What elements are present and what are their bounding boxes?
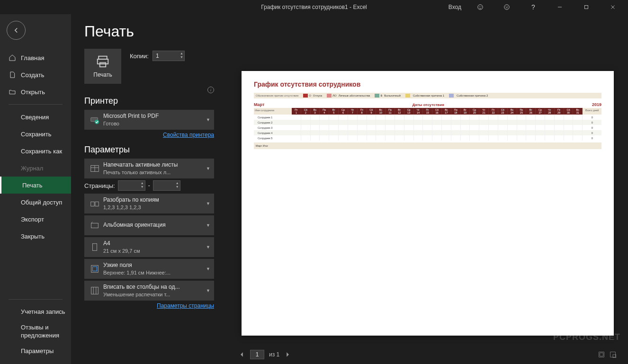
print-what-dropdown[interactable]: Напечатать активные листы Печать только … — [84, 159, 214, 178]
page-icon — [88, 242, 101, 252]
svg-point-5 — [507, 7, 508, 7]
pages-from-input[interactable]: ▲▼ — [118, 180, 145, 191]
chevron-down-icon: ▼ — [206, 117, 210, 122]
params-section-title: Параметры — [84, 145, 214, 155]
month-label: Март — [254, 102, 264, 107]
legend-item: ЛОЛичные обстоятельства — [327, 94, 370, 98]
titlebar: График отсутствия сотрудников1 - Excel В… — [0, 0, 628, 14]
spinner-arrows[interactable]: ▲▼ — [180, 52, 183, 59]
printer-dropdown[interactable]: Microsoft Print to PDF Готово ▼ — [84, 110, 214, 130]
watermark: PCPROGS.NET — [553, 332, 620, 342]
chevron-down-icon: ▼ — [206, 288, 210, 293]
file-icon — [9, 71, 16, 79]
nav-share[interactable]: Общий доступ — [0, 194, 71, 211]
happy-face-icon[interactable] — [471, 0, 490, 14]
show-margins-button[interactable] — [598, 351, 605, 358]
nav-export[interactable]: Экспорт — [0, 211, 71, 228]
landscape-icon — [88, 220, 101, 231]
svg-rect-21 — [92, 244, 97, 251]
employee-row: Сотрудник 50 — [254, 135, 601, 141]
help-icon[interactable]: ? — [524, 0, 543, 14]
margins-icon — [88, 264, 101, 274]
page-title: Печать — [84, 23, 214, 40]
chevron-down-icon: ▼ — [206, 266, 210, 271]
legend: Обозначения причин отсутствия ООтпускЛОЛ… — [254, 93, 601, 98]
svg-point-4 — [506, 7, 506, 7]
svg-rect-18 — [91, 202, 94, 206]
svg-rect-28 — [600, 353, 603, 356]
zoom-to-page-button[interactable] — [609, 351, 617, 358]
nav-save-as[interactable]: Сохранить как — [0, 142, 71, 160]
nav-save[interactable]: Сохранить — [0, 125, 71, 142]
margins-dropdown[interactable]: Узкие поля Верхнее: 1,91 см Нижнее:... ▼ — [84, 259, 214, 279]
backstage-sidebar: Главная Создать Открыть Сведения Сохрани… — [0, 14, 71, 364]
back-button[interactable] — [7, 21, 26, 40]
pages-to-input[interactable]: ▲▼ — [153, 180, 180, 191]
printer-icon — [96, 54, 110, 69]
collate-icon — [88, 198, 101, 209]
scaling-dropdown[interactable]: Вписать все столбцы на од... Уменьшение … — [84, 281, 214, 301]
preview-page: График отсутствия сотрудников Обозначени… — [242, 71, 614, 336]
legend-item: Собственная причина 2 — [449, 94, 488, 98]
legend-item: ББольничный — [375, 94, 400, 98]
nav-options[interactable]: Параметры — [0, 344, 71, 359]
printer-status-icon — [88, 115, 101, 125]
svg-rect-22 — [91, 266, 99, 273]
summary-row: Март Итог — [254, 142, 601, 149]
chevron-down-icon: ▼ — [206, 201, 210, 206]
svg-rect-23 — [92, 266, 97, 271]
svg-rect-7 — [585, 6, 588, 9]
svg-point-3 — [504, 5, 510, 10]
svg-point-14 — [95, 120, 99, 124]
printer-section-title: Принтер — [84, 96, 214, 106]
paper-dropdown[interactable]: A4 21 см x 29,7 см ▼ — [84, 237, 214, 257]
employee-row: Сотрудник 20 — [254, 120, 601, 125]
svg-rect-24 — [91, 287, 99, 294]
nav-close[interactable]: Закрыть — [0, 228, 71, 245]
page-setup-link[interactable]: Параметры страницы — [84, 302, 214, 309]
nav-account[interactable]: Учетная запись — [0, 304, 71, 320]
next-page-button[interactable] — [284, 351, 291, 358]
doc-title: График отсутствия сотрудников — [254, 80, 601, 88]
chevron-down-icon: ▼ — [206, 166, 210, 171]
year-label: 2019 — [592, 102, 601, 107]
page-navigation: из 1 — [237, 345, 619, 364]
svg-point-1 — [479, 7, 480, 7]
close-button[interactable] — [603, 0, 622, 14]
svg-rect-12 — [100, 63, 106, 67]
nav-home[interactable]: Главная — [0, 49, 71, 66]
prev-page-button[interactable] — [239, 351, 245, 358]
legend-item: ООтпуск — [303, 94, 322, 98]
page-number-input[interactable] — [250, 350, 264, 359]
print-settings: Печать Печать Копии: 1 ▲▼ Принтер i — [71, 14, 227, 364]
orientation-dropdown[interactable]: Альбомная ориентация ▼ — [84, 215, 214, 235]
chevron-down-icon: ▼ — [206, 223, 210, 228]
print-preview-area: График отсутствия сотрудников Обозначени… — [227, 14, 628, 364]
collate-dropdown[interactable]: Разобрать по копиям 1,2,3 1,2,3 1,2,3 ▼ — [84, 194, 214, 213]
copies-input[interactable]: 1 ▲▼ — [153, 51, 185, 61]
separator — [9, 104, 63, 105]
separator — [9, 299, 63, 300]
dates-label: Даты отсутствия — [413, 103, 444, 107]
pages-label: Страницы: — [84, 182, 115, 189]
nav-create[interactable]: Создать — [0, 66, 71, 83]
titlebar-controls: Вход ? — [449, 0, 628, 14]
sad-face-icon[interactable] — [497, 0, 516, 14]
fit-columns-icon — [88, 285, 101, 296]
nav-print[interactable]: Печать — [0, 177, 71, 194]
folder-open-icon — [9, 88, 16, 96]
sheets-icon — [88, 163, 101, 174]
info-icon[interactable]: i — [207, 87, 214, 93]
nav-open[interactable]: Открыть — [0, 83, 71, 100]
nav-feedback[interactable]: Отзывы и предложения — [0, 320, 71, 344]
employee-row: Сотрудник 30 — [254, 125, 601, 130]
maximize-button[interactable] — [577, 0, 596, 14]
nav-info[interactable]: Сведения — [0, 108, 71, 125]
svg-point-2 — [481, 7, 481, 7]
svg-rect-19 — [95, 202, 99, 206]
print-button[interactable]: Печать — [84, 49, 121, 84]
printer-properties-link[interactable]: Свойства принтера — [84, 132, 214, 138]
minimize-button[interactable] — [550, 0, 569, 14]
login-link[interactable]: Вход — [449, 4, 461, 10]
legend-item: Собственная причина 1 — [405, 94, 444, 98]
